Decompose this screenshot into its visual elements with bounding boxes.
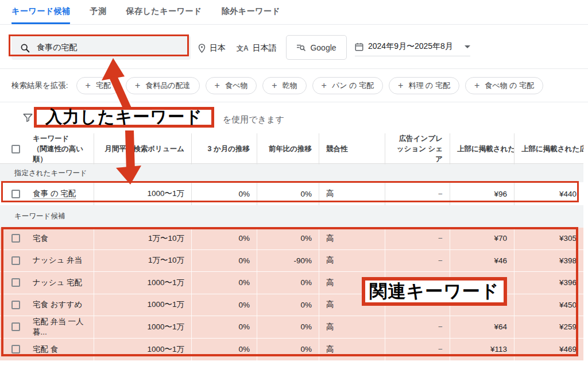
plus-icon: + <box>86 81 91 90</box>
cell-5: − <box>385 182 450 205</box>
chip-label: 食料品の配達 <box>145 80 190 91</box>
cell-0: 食事 の 宅配 <box>0 182 94 205</box>
column-header-4[interactable]: 競合性 <box>319 133 385 164</box>
cell-0: 宅食 おすすめ <box>0 294 94 316</box>
cell-7: ¥259 <box>514 316 583 338</box>
keyword-text[interactable]: 宅食 <box>33 233 48 244</box>
cell-2: 0% <box>191 339 257 361</box>
expand-chip-5[interactable]: +料理 の 宅配 <box>389 77 459 94</box>
keyword-text[interactable]: 宅配 食 <box>33 344 58 355</box>
section-specified-keywords: 指定されたキーワード <box>0 164 583 182</box>
cell-4: 高 <box>319 316 385 338</box>
suggestion-keyword-row-0: 宅食1万〜10万0%0%高−¥70¥305 <box>0 228 583 250</box>
plus-icon: + <box>398 81 403 90</box>
cell-7: ¥440 <box>514 182 583 205</box>
tabs: キーワード候補予測保存したキーワード除外キーワード <box>0 0 588 25</box>
chip-label: パン の 宅配 <box>332 80 374 91</box>
row-checkbox[interactable] <box>11 322 20 331</box>
column-header-2[interactable]: 3 か月の推移 <box>191 133 257 164</box>
cell-6 <box>450 294 514 316</box>
cell-0: ナッシュ 弁当 <box>0 250 94 272</box>
search-network-icon <box>296 44 305 52</box>
suggestion-keyword-row-4: 宅配 弁当 一人暮...1000〜1万0%0%高−¥64¥259 <box>0 316 583 339</box>
cell-2: 0% <box>191 316 257 338</box>
row-checkbox[interactable] <box>11 256 20 265</box>
cell-5: − <box>385 250 450 272</box>
date-range-selector[interactable]: 2024年9月〜2025年8月 <box>355 41 470 56</box>
filter-bar <box>0 102 588 133</box>
expand-chip-6[interactable]: +食べ物 の 宅配 <box>465 77 543 94</box>
cell-6: ¥70 <box>450 228 514 249</box>
column-header-5[interactable]: 広告インプレッション シェア <box>385 133 450 164</box>
cell-3: -90% <box>257 250 319 272</box>
chip-label: 食べ物 の 宅配 <box>485 80 534 91</box>
expand-chip-2[interactable]: +食べ物 <box>206 77 257 94</box>
cell-3: 0% <box>257 182 319 205</box>
row-checkbox[interactable] <box>11 345 20 354</box>
cell-7: ¥450 <box>514 294 583 316</box>
row-checkbox[interactable] <box>11 278 20 287</box>
row-checkbox[interactable] <box>11 190 20 198</box>
column-header-6[interactable]: 上部に掲載された広告 <box>450 133 514 164</box>
cell-5: − <box>385 339 450 361</box>
translate-icon: 文A <box>237 44 249 53</box>
expand-chip-3[interactable]: +乾物 <box>262 77 306 94</box>
cell-0: 宅食 <box>0 228 94 249</box>
language-selector[interactable]: 文A 日本語 <box>237 43 277 53</box>
tab-2[interactable]: 保存したキーワード <box>126 6 202 24</box>
cell-6: ¥64 <box>450 316 514 338</box>
column-header-0[interactable]: キーワード （関連性の高い順） <box>0 133 94 164</box>
date-range-value: 2024年9月〜2025年8月 <box>368 41 453 52</box>
row-checkbox[interactable] <box>11 301 20 309</box>
cell-7: ¥305 <box>514 228 583 249</box>
filter-icon[interactable] <box>23 113 33 122</box>
tab-1[interactable]: 予測 <box>90 6 106 24</box>
keyword-text[interactable]: ナッシュ 宅配 <box>33 278 82 288</box>
expand-chip-1[interactable]: +食料品の配達 <box>126 77 200 94</box>
select-all-checkbox[interactable] <box>11 145 20 153</box>
expand-chip-0[interactable]: +宅配 <box>76 77 120 94</box>
column-header-label: キーワード （関連性の高い順） <box>33 133 87 164</box>
location-pin-icon <box>198 44 206 53</box>
cell-6: ¥46 <box>450 250 514 272</box>
column-header-3[interactable]: 前年比の推移 <box>257 133 319 164</box>
column-header-1[interactable]: 月間平均検索ボリューム <box>94 133 191 164</box>
plus-icon: + <box>135 81 140 90</box>
cell-2: 0% <box>191 182 257 205</box>
language-value: 日本語 <box>253 43 277 53</box>
cell-1: 1万〜10万 <box>94 250 191 272</box>
keyword-search-input[interactable]: 食事の宅配 <box>11 36 191 60</box>
row-checkbox[interactable] <box>11 234 20 243</box>
cell-1: 1万〜10万 <box>94 228 191 249</box>
cell-5: − <box>385 228 450 249</box>
search-icon <box>20 43 30 53</box>
cell-0: 宅配 食 <box>0 339 94 361</box>
filter-hint-text: を使用できます <box>223 114 284 125</box>
network-selector[interactable]: Google <box>286 35 347 60</box>
cell-2: 0% <box>191 294 257 316</box>
keyword-text[interactable]: 宅配 弁当 一人暮... <box>33 317 87 337</box>
cell-2: 0% <box>191 228 257 249</box>
table-header-row: キーワード （関連性の高い順）月間平均検索ボリューム3 か月の推移前年比の推移競… <box>0 133 583 164</box>
plus-icon: + <box>474 81 479 90</box>
location-selector[interactable]: 日本 <box>198 43 226 53</box>
tab-3[interactable]: 除外キーワード <box>222 6 280 24</box>
cell-4: 高 <box>319 339 385 361</box>
cell-4: 高 <box>319 272 385 294</box>
cell-7: ¥398 <box>514 250 583 272</box>
keyword-text[interactable]: ナッシュ 弁当 <box>33 255 82 266</box>
network-value: Google <box>310 43 336 52</box>
tab-0[interactable]: キーワード候補 <box>11 6 70 24</box>
cell-3: 0% <box>257 294 319 316</box>
keyword-text[interactable]: 食事 の 宅配 <box>33 189 76 199</box>
specified-keyword-row-0: 食事 の 宅配1000〜1万0%0%高−¥96¥440 <box>0 182 583 205</box>
cell-1: 1000〜1万 <box>94 272 191 294</box>
expand-chip-4[interactable]: +パン の 宅配 <box>312 77 383 94</box>
keyword-text[interactable]: 宅食 おすすめ <box>33 299 82 310</box>
cell-6: ¥96 <box>450 182 514 205</box>
calendar-icon <box>355 43 363 51</box>
suggestion-keyword-row-1: ナッシュ 弁当1万〜10万0%-90%高−¥46¥398 <box>0 250 583 272</box>
plus-icon: + <box>322 81 327 90</box>
column-header-7[interactable]: 上部に掲載された広告 <box>514 133 583 164</box>
section-keyword-suggestions: キーワード候補 <box>0 205 583 228</box>
